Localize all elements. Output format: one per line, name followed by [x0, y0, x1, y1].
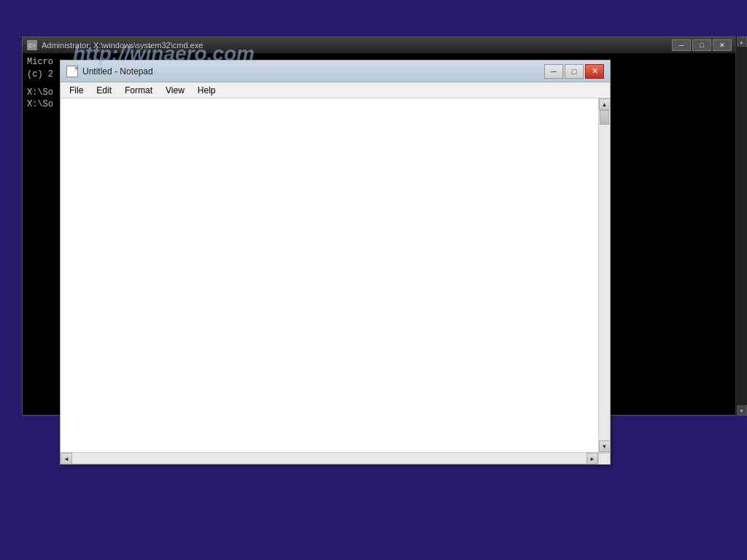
notepad-title: Untitled - Notepad	[82, 66, 544, 77]
cmd-close-button[interactable]: ✕	[713, 39, 732, 51]
scroll-left-button[interactable]: ◄	[61, 453, 72, 464]
notepad-window: Untitled - Notepad ─ □ ✕ File Edit Forma…	[60, 60, 611, 464]
notepad-content-area: ▲ ▼	[61, 98, 610, 452]
cmd-minimize-button[interactable]: ─	[672, 39, 691, 51]
cmd-scroll-down-button[interactable]: ▼	[737, 405, 747, 416]
scroll-corner	[598, 453, 610, 464]
notepad-textarea[interactable]	[61, 98, 598, 452]
menu-edit[interactable]: Edit	[90, 82, 117, 98]
notepad-scrollbar-horizontal-row: ◄ ►	[61, 452, 610, 464]
menu-format[interactable]: Format	[119, 82, 158, 98]
cmd-title: Administrator: X:\windows\system32\cmd.e…	[42, 41, 667, 50]
cmd-scrollbar: ▲ ▼	[735, 36, 747, 416]
notepad-maximize-button[interactable]: □	[565, 64, 584, 79]
notepad-minimize-button[interactable]: ─	[544, 64, 563, 79]
menu-file[interactable]: File	[63, 82, 89, 98]
notepad-scrollbar-vertical: ▲ ▼	[598, 98, 610, 452]
notepad-controls: ─ □ ✕	[544, 64, 604, 79]
cmd-controls: ─ □ ✕	[672, 39, 732, 51]
scroll-right-button[interactable]: ►	[587, 453, 598, 464]
menu-view[interactable]: View	[160, 82, 190, 98]
notepad-file-icon	[66, 66, 78, 77]
cmd-titlebar: C> Administrator: X:\windows\system32\cm…	[23, 37, 736, 53]
notepad-menubar: File Edit Format View Help	[61, 82, 610, 98]
notepad-icon	[66, 66, 78, 77]
scroll-up-button[interactable]: ▲	[599, 98, 611, 110]
notepad-close-button[interactable]: ✕	[585, 64, 604, 79]
menu-help[interactable]: Help	[192, 82, 222, 98]
cmd-scroll-up-button[interactable]: ▲	[737, 36, 747, 47]
scroll-track-vertical	[599, 110, 610, 440]
notepad-titlebar: Untitled - Notepad ─ □ ✕	[61, 61, 610, 82]
scroll-track-horizontal	[72, 453, 587, 464]
scroll-down-button[interactable]: ▼	[599, 440, 611, 452]
scroll-thumb-vertical[interactable]	[600, 110, 609, 125]
cmd-scroll-track	[736, 47, 747, 405]
cmd-maximize-button[interactable]: □	[692, 39, 711, 51]
cmd-icon: C>	[27, 40, 37, 50]
